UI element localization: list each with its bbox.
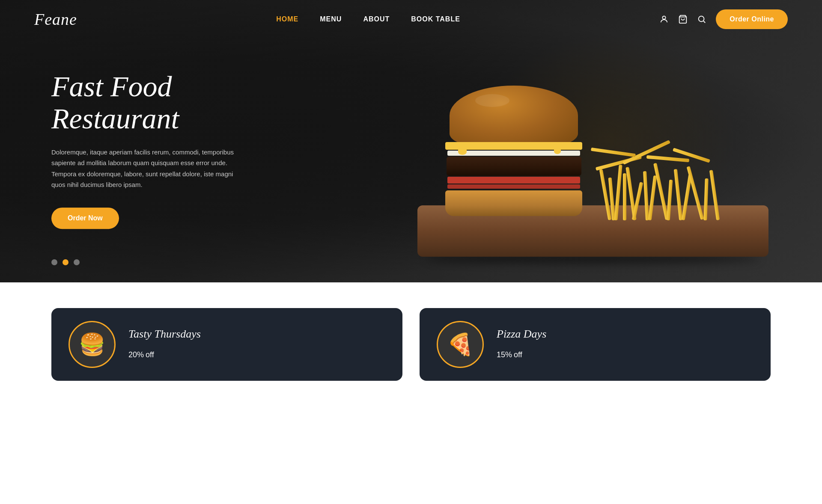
carousel-dots [51,259,80,265]
nav-book-table[interactable]: BOOK TABLE [411,15,460,23]
fry [653,163,669,220]
cheese-layer [445,142,582,150]
bun-bottom [445,190,582,216]
nav-home[interactable]: HOME [276,15,298,23]
fries-pile [578,101,783,220]
promo-image-pizza: 🍕 [437,321,484,368]
pizza-emoji: 🍕 [447,332,474,357]
burger-emoji: 🍔 [79,332,105,357]
fry [622,140,670,165]
bun-top [450,86,578,145]
site-logo[interactable]: Feane [34,10,77,29]
hero-title: Fast Food Restaurant [51,71,274,135]
carousel-dot-2[interactable] [63,259,68,265]
ketchup-layer [447,184,580,189]
header-icons: Order Online [659,9,788,29]
fry [667,180,673,220]
search-icon-button[interactable] [697,15,706,24]
fry [709,170,720,220]
nav-menu[interactable]: MENU [320,15,342,23]
svg-point-0 [663,16,666,19]
cheese-drip-1 [458,149,467,155]
main-nav: HOME MENU ABOUT BOOK TABLE [276,15,460,23]
cart-icon [678,15,688,24]
promo-section: 🍔 Tasty Thursdays 20%off 🍕 Pizza Days 15… [0,282,822,381]
hero-description: Doloremque, itaque aperiam facilis rerum… [51,147,248,190]
cart-icon-button[interactable] [678,15,688,24]
fry [591,148,636,157]
fry [648,175,657,220]
promo-discount-1: 20%off [128,343,201,361]
patty [447,157,581,176]
site-header: Feane HOME MENU ABOUT BOOK TABLE [0,0,822,39]
promo-card-pizza-days: 🍕 Pizza Days 15%off [420,308,771,381]
fries [578,101,783,220]
tomato-layer [447,177,580,184]
promo-image-burger: 🍔 [68,321,116,368]
fry [703,178,708,220]
promo-text-2: Pizza Days 15%off [497,328,546,361]
fry [687,166,704,220]
hero-section: Feane HOME MENU ABOUT BOOK TABLE [0,0,822,282]
fry [674,169,682,220]
carousel-dot-3[interactable] [74,259,80,265]
user-icon-button[interactable] [659,15,669,24]
order-now-button[interactable]: Order Now [51,208,119,229]
order-online-button[interactable]: Order Online [716,9,788,29]
search-icon [697,15,706,24]
food-image [390,17,796,282]
promo-title-2: Pizza Days [497,328,546,341]
user-icon [659,15,669,24]
burger [441,86,587,216]
promo-discount-2: 15%off [497,343,546,361]
promo-title-1: Tasty Thursdays [128,328,201,341]
svg-line-3 [703,21,705,23]
promo-card-tasty-thursdays: 🍔 Tasty Thursdays 20%off [51,308,402,381]
fry [643,171,649,220]
fry [646,155,689,163]
promo-text-1: Tasty Thursdays 20%off [128,328,201,361]
svg-point-2 [699,16,704,22]
carousel-dot-1[interactable] [51,259,57,265]
fry [614,165,622,220]
fry [623,173,626,220]
hero-content: Fast Food Restaurant Doloremque, itaque … [51,71,274,229]
cheese-drip-2 [554,149,561,154]
nav-about[interactable]: ABOUT [363,15,390,23]
